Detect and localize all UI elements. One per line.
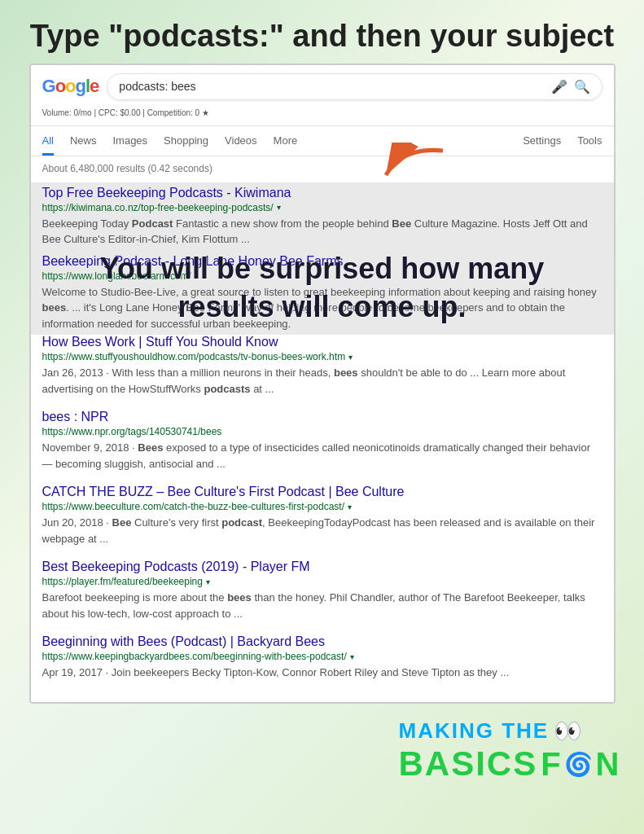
browser-mockup: Google podcasts: bees 🎤 🔍 Volume: 0/mo |… [29, 64, 616, 704]
search-bar[interactable]: podcasts: bees 🎤 🔍 [107, 73, 602, 100]
result-title[interactable]: Beekeeping Podcast - Long Lane Honey Bee… [42, 254, 602, 269]
result-item: Beekeeping Podcast - Long Lane Honey Bee… [31, 251, 614, 336]
google-logo: Google [42, 76, 99, 97]
google-header: Google podcasts: bees 🎤 🔍 Volume: 0/mo |… [31, 65, 614, 126]
result-item: Best Beekeeping Podcasts (2019) - Player… [42, 560, 602, 621]
result-url: https://kiwimana.co.nz/top-free-beekeepi… [42, 202, 602, 213]
seo-info: Volume: 0/mo | CPC: $0.00 | Competition:… [42, 107, 602, 121]
result-snippet: November 9, 2018 · Bees exposed to a typ… [42, 440, 602, 472]
watermark: MAKING THE 👀 BASICS F 🌀 N [398, 718, 619, 784]
result-snippet: Jun 20, 2018 · Bee Culture's very first … [42, 515, 602, 546]
result-url: https://www.longlanebeefarm.com/ [42, 270, 602, 282]
tab-shopping[interactable]: Shopping [164, 126, 208, 156]
result-item: CATCH THE BUZZ – Bee Culture's First Pod… [42, 485, 602, 546]
results-count: About 6,480,000 results (0.42 seconds) [42, 163, 602, 174]
tab-settings[interactable]: Settings [523, 134, 561, 147]
nav-tabs: All News Images Shopping Videos More Set… [31, 126, 614, 156]
result-snippet: Jan 26, 2013 · With less than a million … [42, 365, 602, 397]
result-snippet: Barefoot beekeeping is more about the be… [42, 590, 602, 621]
results-area: About 6,480,000 results (0.42 seconds) T… [31, 156, 614, 702]
result-url: https://www.stuffyoushouldhow.com/podcas… [42, 351, 602, 362]
tab-news[interactable]: News [70, 126, 97, 156]
result-url: https://www.npr.org/tags/140530741/bees [42, 426, 602, 437]
search-magnifier-icon[interactable]: 🔍 [574, 79, 590, 94]
search-query: podcasts: bees [119, 80, 550, 93]
result-title[interactable]: Top Free Beekeeping Podcasts - Kiwimana [42, 186, 602, 200]
mic-icon[interactable]: 🎤 [551, 79, 567, 94]
watermark-line1: MAKING THE [398, 718, 549, 744]
result-url: https://player.fm/featured/beekeeping ▾ [42, 576, 602, 587]
watermark-making: MAKING THE [398, 718, 549, 743]
result-snippet: Beekeeping Today Podcast Fantastic a new… [42, 216, 602, 248]
result-item: Beeginning with Bees (Podcast) | Backyar… [42, 634, 602, 681]
result-item: bees : NPR https://www.npr.org/tags/1405… [42, 410, 602, 472]
result-url: https://www.keepingbackyardbees.com/beeg… [42, 651, 602, 662]
google-logo-row: Google podcasts: bees 🎤 🔍 [42, 73, 602, 100]
result-url: https://www.beeculture.com/catch-the-buz… [42, 501, 602, 512]
result-snippet: Apr 19, 2017 · Join beekeepers Becky Tip… [42, 665, 602, 681]
result-item: How Bees Work | Stuff You Should Know ht… [42, 335, 602, 397]
tab-images[interactable]: Images [112, 126, 147, 156]
result-title[interactable]: Beeginning with Bees (Podcast) | Backyar… [42, 634, 602, 649]
page-title: Type "podcasts:" and then your subject [29, 18, 616, 55]
search-icons: 🎤 🔍 [551, 79, 590, 94]
page-container: Type "podcasts:" and then your subject G… [17, 18, 628, 816]
tab-videos[interactable]: Videos [225, 126, 257, 156]
watermark-line2: BASICS F 🌀 N [398, 744, 619, 784]
tab-tools[interactable]: Tools [577, 134, 602, 147]
result-title[interactable]: CATCH THE BUZZ – Bee Culture's First Pod… [42, 485, 602, 499]
watermark-face: 👀 [554, 718, 582, 744]
result-title[interactable]: How Bees Work | Stuff You Should Know [42, 335, 602, 349]
tab-more[interactable]: More [274, 126, 298, 156]
result-title[interactable]: Best Beekeeping Podcasts (2019) - Player… [42, 560, 602, 574]
result-title[interactable]: bees : NPR [42, 410, 602, 424]
result-item: Top Free Beekeeping Podcasts - Kiwimana … [31, 182, 614, 251]
tab-all[interactable]: All [42, 126, 54, 156]
result-snippet: Welcome to Studio-Bee-Live, a great sour… [42, 284, 602, 332]
